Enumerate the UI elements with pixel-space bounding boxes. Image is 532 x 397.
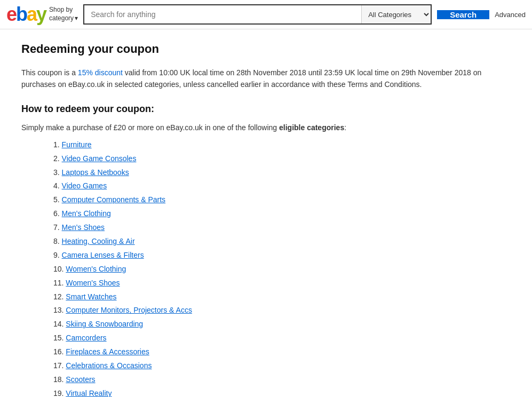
- search-input[interactable]: [84, 5, 361, 23]
- header: ebay Shop by category ▾ All Categories S…: [0, 0, 532, 29]
- intro-highlight[interactable]: 15% discount: [78, 68, 123, 77]
- logo-area: ebay Shop by category ▾: [6, 5, 78, 24]
- category-link[interactable]: Heating, Cooling & Air: [62, 237, 135, 245]
- category-number: 1.: [53, 140, 62, 149]
- list-item: 7. Men's Shoes: [53, 221, 491, 235]
- category-link[interactable]: Laptops & Netbooks: [62, 168, 129, 177]
- category-link[interactable]: Smart Watches: [66, 292, 116, 301]
- category-number: 14.: [53, 320, 66, 328]
- category-link[interactable]: Computer Components & Parts: [62, 195, 166, 204]
- list-item: 16. Fireplaces & Accessories: [53, 345, 491, 359]
- search-form: All Categories: [83, 4, 432, 25]
- list-item: 13. Computer Monitors, Projectors & Accs: [53, 304, 491, 317]
- category-number: 6.: [53, 209, 62, 218]
- eligible-intro-prefix: Simply make a purchase of £20 or more on…: [21, 123, 279, 132]
- categories-list: 1. Furniture2. Video Game Consoles3. Lap…: [21, 138, 491, 397]
- list-item: 9. Camera Lenses & Filters: [53, 249, 491, 263]
- list-item: 10. Women's Clothing: [53, 263, 491, 276]
- eligible-intro: Simply make a purchase of £20 or more on…: [21, 123, 491, 132]
- list-item: 2. Video Game Consoles: [53, 152, 491, 166]
- intro-text: This coupon is a 15% discount valid from…: [21, 67, 491, 91]
- category-number: 8.: [53, 237, 62, 245]
- category-number: 16.: [53, 347, 66, 356]
- section-title: How to redeem your coupon:: [21, 104, 491, 115]
- category-link[interactable]: Women's Shoes: [66, 279, 120, 287]
- category-number: 3.: [53, 168, 62, 177]
- advanced-link[interactable]: Advanced: [495, 11, 526, 19]
- category-number: 13.: [53, 306, 66, 314]
- list-item: 12. Smart Watches: [53, 290, 491, 304]
- category-number: 17.: [53, 361, 66, 370]
- category-number: 19.: [53, 389, 66, 397]
- category-number: 2.: [53, 154, 62, 163]
- list-item: 4. Video Games: [53, 179, 491, 193]
- list-item: 6. Men's Clothing: [53, 207, 491, 221]
- category-link[interactable]: Men's Clothing: [62, 209, 111, 218]
- list-item: 17. Celebrations & Occasions: [53, 359, 491, 373]
- category-number: 12.: [53, 292, 66, 301]
- list-item: 11. Women's Shoes: [53, 276, 491, 290]
- category-number: 9.: [53, 251, 62, 259]
- main-content: Redeeming your coupon This coupon is a 1…: [0, 29, 512, 397]
- shop-by-label: Shop by: [49, 6, 73, 14]
- category-link[interactable]: Furniture: [62, 140, 92, 149]
- list-item: 5. Computer Components & Parts: [53, 193, 491, 207]
- list-item: 19. Virtual Reality: [53, 387, 491, 397]
- category-link[interactable]: Computer Monitors, Projectors & Accs: [66, 306, 192, 314]
- intro-text-before: This coupon is a: [21, 68, 78, 77]
- list-item: 14. Skiing & Snowboarding: [53, 317, 491, 331]
- list-item: 18. Scooters: [53, 373, 491, 387]
- eligible-intro-highlight: eligible categories: [279, 123, 344, 132]
- list-item: 8. Heating, Cooling & Air: [53, 235, 491, 249]
- category-number: 11.: [53, 279, 66, 287]
- chevron-down-icon: ▾: [75, 14, 78, 23]
- page-title: Redeeming your coupon: [21, 42, 491, 56]
- category-link[interactable]: Fireplaces & Accessories: [66, 347, 149, 356]
- category-link[interactable]: Men's Shoes: [62, 223, 105, 232]
- category-number: 4.: [53, 181, 62, 190]
- ebay-logo: ebay: [6, 5, 46, 24]
- category-link[interactable]: Virtual Reality: [66, 389, 112, 397]
- category-link[interactable]: Scooters: [66, 375, 95, 384]
- category-number: 7.: [53, 223, 62, 232]
- list-item: 3. Laptops & Netbooks: [53, 166, 491, 180]
- category-link[interactable]: Camera Lenses & Filters: [62, 251, 144, 259]
- category-link[interactable]: Skiing & Snowboarding: [66, 320, 143, 328]
- category-number: 10.: [53, 265, 66, 273]
- category-link[interactable]: Camcorders: [66, 334, 106, 342]
- eligible-intro-suffix: :: [344, 123, 346, 132]
- category-link[interactable]: Video Game Consoles: [62, 154, 137, 163]
- category-number: 18.: [53, 375, 66, 384]
- category-label: category ▾: [49, 14, 78, 23]
- list-item: 15. Camcorders: [53, 331, 491, 345]
- category-link[interactable]: Women's Clothing: [66, 265, 126, 273]
- shop-by-category-button[interactable]: Shop by category ▾: [49, 6, 78, 22]
- category-link[interactable]: Celebrations & Occasions: [66, 361, 152, 370]
- category-number: 5.: [53, 195, 62, 204]
- category-link[interactable]: Video Games: [62, 181, 107, 190]
- list-item: 1. Furniture: [53, 138, 491, 152]
- search-button[interactable]: Search: [437, 10, 489, 19]
- category-dropdown[interactable]: All Categories: [361, 5, 431, 23]
- category-number: 15.: [53, 334, 66, 342]
